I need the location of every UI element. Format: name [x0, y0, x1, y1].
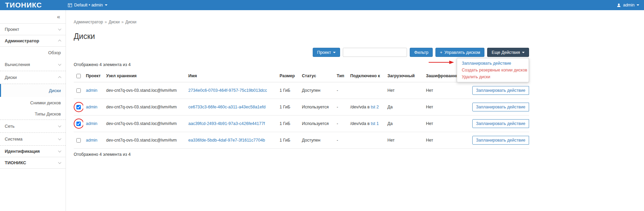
type-cell: - [334, 132, 348, 149]
project-link[interactable]: admin [86, 121, 97, 126]
plus-icon: + [440, 50, 442, 55]
row-checkbox[interactable] [76, 138, 81, 143]
project-link[interactable]: admin [86, 138, 97, 143]
table-row: admin dev-cnt7q-ovs-03.stand.loc@lvm#lvm… [74, 115, 529, 132]
breadcrumb-link-admin[interactable]: Администратор [74, 20, 103, 24]
encrypted-cell: Нет [423, 115, 470, 132]
attached-instance-link[interactable]: tst 1 [371, 121, 379, 126]
caret-down-icon [637, 4, 639, 6]
menu-item-delete-disks[interactable]: Удалить диски [457, 73, 529, 80]
filter-button[interactable]: Фильтр [410, 48, 433, 57]
sidebar-section-identity[interactable]: Идентификация [0, 146, 66, 157]
sidebar-group-disks[interactable]: Диски [0, 71, 66, 84]
host-cell: dev-cnt7q-ovs-03.stand.loc@lvm#lvm [103, 132, 186, 149]
sidebar-group-system[interactable]: Система [0, 133, 66, 146]
row-action-button[interactable]: Запланировать действие [472, 103, 529, 111]
row-checkbox-cell [74, 132, 83, 149]
sidebar-item-disks[interactable]: Диски [0, 84, 66, 97]
filter-label: Фильтр [414, 50, 428, 55]
sidebar-item-label: Диски [49, 88, 61, 93]
sidebar-group-label: Вычисления [5, 62, 30, 67]
sidebar-group-label: Система [5, 136, 22, 142]
more-actions-wrap: Еще Действия Запланировать действие Созд… [487, 48, 529, 57]
main-content: Администратор»Диски»Диски Диски Проект Ф… [66, 10, 534, 157]
attached-instance-link[interactable]: tst 2 [371, 105, 379, 109]
attached-prefix: /dev/vda в [350, 105, 371, 109]
row-checkbox-cell [74, 115, 83, 132]
sidebar-item-overview[interactable]: Обзор [0, 47, 66, 58]
attached-cell: /dev/vda в tst 2 [348, 99, 385, 115]
row-actions-cell: Запланировать действие [470, 99, 529, 115]
breadcrumb: Администратор»Диски»Диски [74, 10, 529, 24]
row-action-button[interactable]: Запланировать действие [472, 86, 529, 95]
sidebar-section-admin[interactable]: Администратор [0, 35, 66, 47]
select-all-checkbox[interactable] [76, 74, 81, 78]
sidebar-item-disk-types[interactable]: Типы Дисков [0, 108, 66, 120]
manage-disk-button[interactable]: + Управлять диском [435, 48, 484, 57]
size-cell: 1 ГиБ [277, 115, 299, 132]
sidebar-group-label: Сеть [5, 124, 15, 129]
host-cell: dev-cnt7q-ovs-03.stand.loc@lvm#lvm [103, 115, 186, 132]
row-actions-cell: Запланировать действие [470, 82, 529, 99]
bootable-cell: Нет [385, 132, 423, 149]
attached-cell [348, 82, 385, 99]
more-actions-button[interactable]: Еще Действия [487, 48, 529, 57]
sidebar-item-disk-snapshots[interactable]: Снимки дисков [0, 97, 66, 108]
row-checkbox[interactable] [76, 105, 81, 109]
size-cell: 1 ГиБ [277, 82, 299, 99]
column-header-host: Узел хранения [103, 70, 186, 82]
row-action-button[interactable]: Запланировать действие [472, 136, 529, 145]
page-title: Диски [74, 32, 529, 41]
row-checkbox[interactable] [76, 122, 81, 126]
breadcrumb-separator: » [121, 20, 124, 24]
disk-name-link[interactable]: aac39fcd-2493-4b91-97a3-c426fe44177f [188, 121, 265, 126]
more-actions-label: Еще Действия [492, 50, 520, 55]
caret-down-icon [333, 52, 336, 53]
row-action-button[interactable]: Запланировать действие [472, 119, 529, 128]
search-input[interactable] [343, 48, 407, 57]
items-shown-summary-bottom: Отображено 4 элемента из 4 [74, 152, 529, 157]
attached-cell [348, 132, 385, 149]
breadcrumb-link-disks[interactable]: Диски [109, 20, 120, 24]
user-label: admin [623, 3, 635, 7]
host-cell: dev-cnt7q-ovs-03.stand.loc@lvm#lvm [103, 82, 186, 99]
chevron-down-icon [58, 149, 62, 152]
type-cell: - [334, 82, 348, 99]
size-cell: 1 ГиБ [277, 99, 299, 115]
sidebar-collapse-button[interactable]: « [57, 14, 60, 20]
encrypted-cell: Нет [423, 82, 470, 99]
disk-name-link[interactable]: ea336fde-5bdb-4daf-97e7-3f1611c7704b [188, 138, 265, 143]
type-cell: - [334, 99, 348, 115]
chevron-up-icon [58, 76, 62, 80]
bootable-cell: Да [385, 99, 423, 115]
disk-name-link[interactable]: 2734e0c6-0703-464f-9757-75c19b013dcc [188, 88, 267, 93]
project-filter-dropdown[interactable]: Проект [313, 48, 340, 57]
sidebar-group-compute[interactable]: Вычисления [0, 58, 66, 71]
sidebar-group-network[interactable]: Сеть [0, 120, 66, 133]
attached-prefix: /dev/vda в [350, 121, 371, 126]
project-link[interactable]: admin [86, 105, 97, 109]
toolbar: Проект Фильтр + Управлять диском Еще Дей… [74, 48, 529, 57]
column-header-name: Имя [186, 70, 277, 82]
menu-item-create-backups[interactable]: Создать резервные копии дисков [457, 67, 529, 73]
sidebar-section-project[interactable]: Проект [0, 24, 66, 35]
project-link[interactable]: admin [86, 88, 97, 93]
menu-item-schedule-action[interactable]: Запланировать действие [457, 60, 529, 67]
sidebar-section-label: Идентификация [5, 149, 40, 154]
bootable-cell: Нет [385, 82, 423, 99]
disk-name-link[interactable]: ce6733c3-66fe-460c-a311-a43ec58a1efd [188, 105, 265, 109]
encrypted-cell: Нет [423, 132, 470, 149]
status-cell: Используется [299, 99, 334, 115]
sidebar-section-tionix[interactable]: ТИОНИКС [0, 157, 66, 169]
column-header-size: Размер [277, 70, 299, 82]
context-label: Default • admin [74, 3, 103, 7]
host-cell: dev-cnt7q-ovs-03.stand.loc@lvm#lvm [103, 99, 186, 115]
bootable-cell: Да [385, 115, 423, 132]
user-menu[interactable]: admin [617, 3, 644, 7]
context-switcher[interactable]: Default • admin [68, 3, 108, 7]
table-row: admin dev-cnt7q-ovs-03.stand.loc@lvm#lvm… [74, 82, 529, 99]
sidebar-section-label: ТИОНИКС [5, 160, 26, 165]
row-checkbox[interactable] [76, 88, 81, 93]
status-cell: Доступен [299, 82, 334, 99]
column-header-status: Статус [299, 70, 334, 82]
